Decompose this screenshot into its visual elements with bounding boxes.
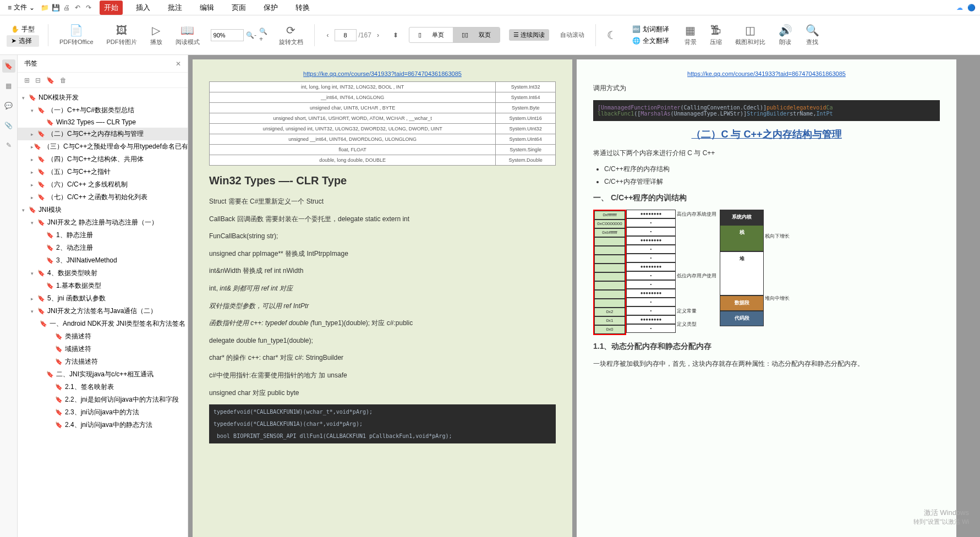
bookmark-tab-icon[interactable]: 🔖	[2, 59, 15, 73]
double-page[interactable]: ▯▯双页	[453, 28, 500, 42]
full-translate[interactable]: 🌐全文翻译	[628, 35, 674, 47]
bookmark-del-icon[interactable]: 🗑	[60, 76, 67, 84]
collapse-all-icon[interactable]: ⊟	[35, 76, 41, 84]
bookmark-item[interactable]: ▸🔖（五）C与C++之指针	[18, 166, 188, 178]
moon-button[interactable]: ☾	[605, 26, 619, 44]
menu-tab-2[interactable]: 批注	[163, 1, 187, 15]
bookmark-item[interactable]: 🔖域描述符	[18, 343, 188, 355]
bookmark-item[interactable]: 🔖1.基本数据类型	[18, 280, 188, 292]
bookmark-item[interactable]: ▸🔖5、jni 函数默认参数	[18, 292, 188, 305]
select-label: 选择	[19, 36, 32, 46]
menu-tab-0[interactable]: 开始	[100, 1, 123, 15]
page-input[interactable]	[335, 29, 357, 41]
pdf-image-label: PDF转图片	[107, 38, 137, 46]
cloud-icon[interactable]: ☁	[956, 4, 963, 12]
bookmark-item[interactable]: 🔖2.4、jni访问java中的静态方法	[18, 419, 188, 431]
save-icon[interactable]: 💾	[51, 3, 60, 12]
bookmark-item[interactable]: ▾🔖JNI模块	[18, 204, 188, 216]
bookmark-item[interactable]: 🔖2.2、jni是如何访问java中的方法和字段	[18, 393, 188, 406]
word-trans-label: 划词翻译	[643, 25, 669, 34]
section-title: （二）C 与 C++之内存结构与管理	[593, 128, 940, 141]
menu-tab-4[interactable]: 页面	[227, 1, 250, 15]
expand-all-icon[interactable]: ⊞	[24, 76, 30, 84]
pdf-office-button[interactable]: 📄PDF转Office	[57, 21, 96, 48]
bookmark-item[interactable]: 🔖一、Android NDK开发 JNI类型签名和方法签名	[18, 317, 188, 330]
document-view[interactable]: https://ke.qq.com/course/341933?taid=867…	[188, 55, 980, 537]
play-button[interactable]: ▷播放	[148, 21, 165, 48]
full-trans-label: 全文翻译	[643, 36, 669, 46]
zoom-out-icon[interactable]: 🔍-	[247, 31, 256, 40]
continuous-read[interactable]: ☰连续阅读	[509, 29, 549, 41]
image-icon: 🖼	[116, 24, 127, 37]
hand-mode[interactable]: ✋手型	[7, 24, 39, 35]
bookmark-add-icon[interactable]: 🔖	[46, 76, 54, 84]
screenshot-button[interactable]: ◫截图和对比	[733, 21, 768, 48]
course-link[interactable]: https://ke.qq.com/course/341933?taid=867…	[209, 70, 556, 77]
paragraph: char* 的操作 c++: char* 对应 c#: StringBuilde…	[209, 352, 556, 364]
course-link[interactable]: https://ke.qq.com/course/341933?taid=867…	[593, 70, 940, 77]
bookmark-item[interactable]: ▸🔖（七）C/C++ 之函数与初始化列表	[18, 191, 188, 204]
signature-tab-icon[interactable]: ✎	[2, 139, 15, 152]
bookmark-item[interactable]: ▾🔖JNI开发之方法签名与Java通信（二）	[18, 305, 188, 317]
bookmark-item[interactable]: ▾🔖JNI开发之 静态注册与动态注册（一）	[18, 216, 188, 229]
fit-icon[interactable]: ⬍	[391, 31, 400, 40]
single-page[interactable]: ▯单页	[409, 28, 453, 42]
bookmark-item[interactable]: ▸🔖（四）C与C++之结构体、共用体	[18, 153, 188, 166]
bookmark-item[interactable]: 🔖2.3、jni访问java中的方法	[18, 406, 188, 419]
bookmark-item[interactable]: 🔖3、JNINativeMethod	[18, 254, 188, 267]
rotate-button[interactable]: ⟳旋转文档	[277, 21, 305, 48]
pdf-image-button[interactable]: 🖼PDF转图片	[105, 22, 139, 48]
bookmark-item[interactable]: ▸🔖（二）C与C++之内存结构与管理	[18, 128, 188, 140]
sync-icon[interactable]: 🔵	[967, 4, 976, 12]
bookmark-item[interactable]: 🔖2.1、签名映射表	[18, 381, 188, 393]
bookmark-item[interactable]: ▾🔖NDK模块开发	[18, 91, 188, 104]
rotate-label: 旋转文档	[279, 38, 303, 46]
paragraph: int, int& 则都可用 ref int 对应	[209, 283, 556, 295]
bookmark-item[interactable]: 🔖Win32 Types —- CLR Type	[18, 117, 188, 128]
bookmark-item[interactable]: 🔖2、动态注册	[18, 242, 188, 254]
zoom-select[interactable]	[211, 29, 244, 41]
menu-tab-5[interactable]: 保护	[259, 1, 282, 15]
redo-icon[interactable]: ↷	[84, 3, 93, 12]
menu-tab-6[interactable]: 转换	[291, 1, 314, 15]
play-icon: ▷	[152, 24, 160, 37]
view-toggle: ▯单页 ▯▯双页	[409, 27, 500, 43]
bookmark-item[interactable]: 🔖方法描述符	[18, 355, 188, 368]
bookmark-item[interactable]: ▾🔖（一）C++与C#数据类型总结	[18, 104, 188, 117]
next-page-icon[interactable]: ›	[374, 31, 382, 40]
speak-button[interactable]: 🔊朗读	[776, 21, 795, 48]
file-menu[interactable]: ≡ 文件 ⌄	[4, 2, 38, 13]
bookmark-item[interactable]: 🔖类描述符	[18, 330, 188, 343]
windows-activation-notice: 激活 Windows 转到"设置"以激活 Wi	[913, 508, 969, 526]
open-icon[interactable]: 📁	[40, 3, 49, 12]
paragraph: c#中使用指针:在需要使用指针的地方 加 unsafe	[209, 370, 556, 382]
bookmark-item[interactable]: ▾🔖4、数据类型映射	[18, 267, 188, 280]
read-mode-button[interactable]: 📖阅读模式	[173, 21, 202, 48]
undo-icon[interactable]: ↶	[73, 3, 82, 12]
section-heading: Win32 Types —- CLR Type	[209, 174, 556, 187]
word-translate[interactable]: 🔤划词翻译	[628, 24, 674, 35]
bookmark-item[interactable]: 🔖二、JNI实现java与c/c++相互通讯	[18, 368, 188, 381]
prev-page-icon[interactable]: ‹	[324, 31, 332, 40]
menu-tab-3[interactable]: 编辑	[195, 1, 218, 15]
bg-button[interactable]: ▦背景	[682, 21, 699, 48]
bookmark-item[interactable]: ▸🔖（三）C与C++之预处理命令与用typedef命名已有类型	[18, 140, 188, 153]
close-icon[interactable]: ✕	[176, 60, 181, 68]
menu-tab-1[interactable]: 插入	[132, 1, 155, 15]
pdf-office-label: PDF转Office	[59, 38, 94, 46]
thumbnail-tab-icon[interactable]: ▦	[2, 79, 15, 92]
bookmark-item[interactable]: 🔖1、静态注册	[18, 229, 188, 242]
auto-scroll-label: 自动滚动	[560, 31, 584, 39]
auto-scroll-button[interactable]: 自动滚动	[558, 29, 587, 41]
code-block: typedefvoid(*CALLBACKFUN1W)(wchar_t*,voi…	[209, 404, 556, 443]
find-button[interactable]: 🔍查找	[803, 21, 822, 48]
compress-button[interactable]: 🗜压缩	[708, 22, 724, 48]
select-mode[interactable]: ➤选择	[7, 35, 39, 47]
print-icon[interactable]: 🖨	[62, 3, 71, 12]
comment-tab-icon[interactable]: 💬	[2, 99, 15, 112]
types-table: int, long, long int, INT32, LONG32, BOOL…	[209, 81, 556, 166]
zoom-in-icon[interactable]: 🔍+	[259, 31, 268, 40]
paragraph: int&nWidth 替换成 ref int nWidth	[209, 265, 556, 277]
attachment-tab-icon[interactable]: 📎	[2, 119, 15, 132]
bookmark-item[interactable]: ▸🔖（六）C/C++ 之多线程机制	[18, 178, 188, 191]
